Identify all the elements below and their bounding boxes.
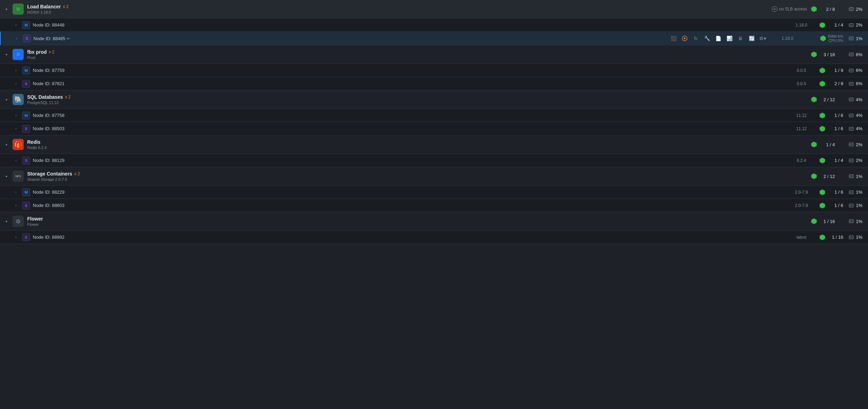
node-row-Node-ID-87759[interactable]: › M Node ID: 87759 0.0.5 1 / 9 6%: [0, 64, 868, 77]
disk-icon: [848, 6, 854, 12]
node-chevron-icon[interactable]: ›: [15, 82, 20, 85]
group-subtitle: NGINX 1.18.0: [27, 10, 772, 14]
node-row-Node-ID-88485[interactable]: › S Node ID: 88485✏ ⬛ ↻ 🔧 📄 📊 🖥 🔄 ⚙▾: [0, 31, 868, 45]
node-disk-icon: [848, 81, 854, 87]
node-type-badge: S: [22, 125, 30, 133]
sync-icon[interactable]: 🔄: [748, 35, 755, 42]
settings-dropdown[interactable]: ⚙▾: [759, 35, 767, 42]
disk-percent: 2%: [856, 142, 862, 147]
service-group-flower: ▾ ⚙ Flower Flower 1 / 16 1%: [0, 212, 868, 244]
node-disk-icon: [848, 203, 854, 208]
group-status: 2 / 8 2%: [807, 6, 862, 12]
node-row-Node-ID-88992[interactable]: › S Node ID: 88992 latest 1 / 16 1%: [0, 230, 868, 244]
node-disk-icon: [848, 36, 854, 41]
group-title: Flower: [27, 216, 807, 222]
node-chevron-icon[interactable]: ›: [16, 37, 20, 40]
launch-icon[interactable]: [681, 35, 688, 42]
svg-rect-44: [851, 160, 853, 161]
svg-rect-7: [851, 25, 853, 25]
node-version: 11.12: [787, 113, 815, 118]
node-cpu-hex-icon: [819, 157, 825, 164]
node-id-text: Node ID: 88603: [33, 203, 787, 208]
node-version: latest: [787, 235, 815, 240]
node-disk-block: 2%: [843, 22, 862, 28]
node-version: 1.18.0: [787, 23, 815, 28]
service-group-storage-containers: ▾ NFS Storage Containers x 2 Shared Stor…: [0, 167, 868, 212]
node-instances-block: 1 / 6: [815, 202, 843, 209]
instances-block: 1 / 4: [807, 141, 835, 148]
chevron-icon[interactable]: ▾: [6, 98, 10, 102]
node-row-Node-ID-88503[interactable]: › S Node ID: 88503 11.12 1 / 6 4%: [0, 122, 868, 135]
node-disk-icon: [848, 189, 854, 195]
node-type-badge: M: [22, 67, 30, 74]
svg-marker-21: [820, 81, 825, 87]
node-chevron-icon[interactable]: ›: [15, 190, 20, 194]
svg-marker-0: [812, 6, 817, 12]
node-disk-block: 6%: [843, 81, 862, 87]
refresh-icon[interactable]: ↻: [692, 35, 700, 42]
disk-icon: [848, 218, 854, 224]
file-icon[interactable]: 📄: [714, 35, 722, 42]
node-chevron-icon[interactable]: ›: [15, 158, 20, 162]
node-chevron-icon[interactable]: ›: [15, 23, 20, 27]
group-title-block: fbx prod x 2 Prod: [27, 49, 807, 60]
node-disk-percent: 6%: [856, 81, 862, 86]
node-disk-icon: [848, 235, 854, 240]
node-chevron-icon[interactable]: ›: [15, 127, 20, 131]
node-version: 11.12: [787, 126, 815, 131]
node-chevron-icon[interactable]: ›: [15, 68, 20, 72]
chevron-icon[interactable]: ▾: [6, 220, 10, 223]
svg-rect-20: [851, 70, 853, 70]
instances-count: 1 / 16: [819, 219, 835, 224]
node-chevron-icon[interactable]: ›: [15, 113, 20, 117]
chevron-icon[interactable]: ▾: [6, 53, 10, 57]
no-access-text: no SLB access: [779, 7, 807, 12]
node-chevron-icon[interactable]: ›: [15, 235, 20, 239]
node-row-Node-ID-87821[interactable]: › S Node ID: 87821 0.0.5 2 / 9 6%: [0, 77, 868, 90]
node-disk-percent: 4%: [856, 126, 862, 131]
monitor-icon[interactable]: 🖥: [737, 35, 744, 42]
node-cpu-hex-icon: [819, 234, 825, 240]
node-cpu-hex-icon: [819, 126, 825, 132]
chevron-icon[interactable]: ▾: [6, 174, 10, 178]
node-row-Node-ID-87758[interactable]: › M Node ID: 87758 11.12 1 / 6 4%: [0, 109, 868, 122]
node-instances-count: 1 / 9: [828, 68, 843, 73]
node-chevron-icon[interactable]: ›: [15, 203, 20, 207]
node-disk-block: 2%: [843, 158, 862, 163]
svg-rect-60: [851, 221, 853, 221]
svg-point-59: [850, 221, 851, 222]
node-row-Node-ID-88229[interactable]: › M Node ID: 88229 2.0-7.9 1 / 6 1%: [0, 185, 868, 199]
node-row-Node-ID-88603[interactable]: › S Node ID: 88603 2.0-7.9 1 / 6 1%: [0, 199, 868, 212]
no-slb-icon: ⊘: [772, 6, 777, 12]
group-subtitle: Flower: [27, 222, 807, 226]
group-subtitle: Redis 6.2.4: [27, 146, 807, 150]
group-title: Storage Containers x 2: [27, 171, 807, 177]
svg-marker-33: [820, 126, 825, 132]
ram-text: RAM 6%: [828, 34, 843, 38]
chart-icon[interactable]: 📊: [725, 35, 733, 42]
wrench-icon[interactable]: 🔧: [703, 35, 711, 42]
chevron-icon[interactable]: ▾: [6, 143, 10, 147]
node-cpu-hex-icon: [820, 35, 826, 42]
service-group-fbx-prod: ▾ ≡ fbx prod x 2 Prod 3 / 18 6%: [0, 45, 868, 90]
group-header-storage-containers[interactable]: ▾ NFS Storage Containers x 2 Shared Stor…: [0, 167, 868, 185]
group-header-sql-databases[interactable]: ▾ 🐘 SQL Databases x 2 PostgreSQL 11.12 2…: [0, 90, 868, 109]
group-title-block: Storage Containers x 2 Shared Storage 2.…: [27, 171, 807, 181]
group-header-redis[interactable]: ▾ 🎁 Redis Redis 6.2.4 1 / 4 2%: [0, 135, 868, 154]
chevron-icon[interactable]: ▾: [6, 7, 10, 11]
node-type-badge: S: [22, 157, 30, 164]
node-id-text: Node ID: 87759: [33, 68, 787, 73]
node-instances-count: 1 / 4: [828, 22, 843, 28]
node-cpu-hex-icon: [819, 112, 825, 119]
terminal-icon[interactable]: ⬛: [670, 35, 677, 42]
node-row-Node-ID-88129[interactable]: › S Node ID: 88129 6.2.4 1 / 4 2%: [0, 154, 868, 167]
group-title-block: Flower Flower: [27, 216, 807, 226]
group-header-fbx-prod[interactable]: ▾ ≡ fbx prod x 2 Prod 3 / 18 6%: [0, 45, 868, 64]
group-header-flower[interactable]: ▾ ⚙ Flower Flower 1 / 16 1%: [0, 212, 868, 230]
svg-point-55: [850, 205, 851, 206]
group-header-load-balancer[interactable]: ▾ N Load Balancer x 2 NGINX 1.18.0 ⊘ no …: [0, 0, 868, 18]
node-disk-percent: 2%: [856, 158, 862, 163]
svg-rect-16: [851, 54, 853, 54]
node-row-Node-ID-88448[interactable]: › M Node ID: 88448 1.18.0 1 / 4 2%: [0, 18, 868, 31]
edit-pencil-icon[interactable]: ✏: [67, 36, 70, 41]
